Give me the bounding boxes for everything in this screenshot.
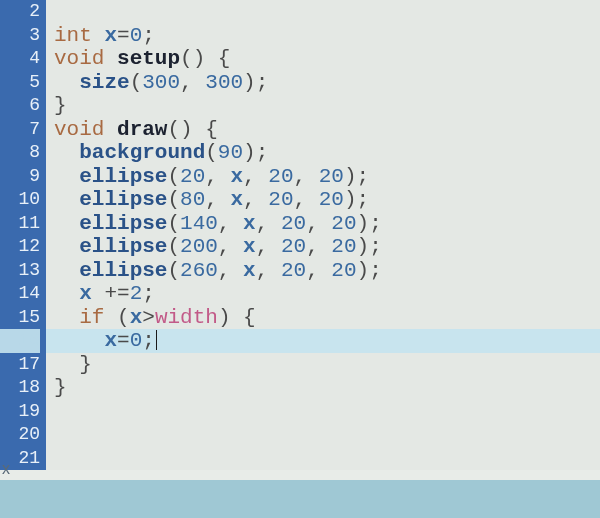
code-line[interactable]: x +=2;	[46, 282, 600, 306]
token: ,	[218, 235, 243, 258]
token: ,	[218, 212, 243, 235]
code-line[interactable]: int x=0;	[46, 24, 600, 48]
code-line[interactable]: void setup() {	[46, 47, 600, 71]
token: ellipse	[79, 188, 167, 211]
token: 20	[281, 259, 306, 282]
code-line[interactable]: }	[46, 376, 600, 400]
token: (	[167, 212, 180, 235]
token	[104, 118, 117, 141]
code-line[interactable]: }	[46, 353, 600, 377]
code-line[interactable]: ellipse(260, x, 20, 20);	[46, 259, 600, 283]
token: x	[230, 165, 243, 188]
token: ,	[306, 212, 331, 235]
token: () {	[167, 118, 217, 141]
token: );	[243, 71, 268, 94]
token: void	[54, 118, 104, 141]
token: ;	[142, 282, 155, 305]
token: (	[130, 71, 143, 94]
token: ,	[205, 188, 230, 211]
token: 90	[218, 141, 243, 164]
line-number: 5	[0, 71, 40, 95]
token: ,	[218, 259, 243, 282]
code-line[interactable]: ellipse(200, x, 20, 20);	[46, 235, 600, 259]
token: 0	[130, 24, 143, 47]
token: (	[167, 188, 180, 211]
code-line[interactable]: ellipse(80, x, 20, 20);	[46, 188, 600, 212]
code-line[interactable]: }	[46, 94, 600, 118]
token: ellipse	[79, 235, 167, 258]
token: ellipse	[79, 165, 167, 188]
line-number: 10	[0, 188, 40, 212]
token: (	[104, 306, 129, 329]
code-line[interactable]	[46, 423, 600, 447]
line-number: 12	[0, 235, 40, 259]
token: );	[344, 165, 369, 188]
token: x	[104, 24, 117, 47]
line-number: 8	[0, 141, 40, 165]
token: 140	[180, 212, 218, 235]
token: ;	[142, 24, 155, 47]
token: setup	[117, 47, 180, 70]
token: );	[357, 212, 382, 235]
token: 300	[205, 71, 243, 94]
token: 80	[180, 188, 205, 211]
code-line[interactable]	[46, 400, 600, 424]
code-line[interactable]: void draw() {	[46, 118, 600, 142]
line-number: 11	[0, 212, 40, 236]
token: 20	[268, 165, 293, 188]
code-line[interactable]	[46, 447, 600, 471]
token: );	[243, 141, 268, 164]
token: +=	[92, 282, 130, 305]
token: ;	[142, 329, 155, 352]
line-number: 7	[0, 118, 40, 142]
token: background	[79, 141, 205, 164]
line-number: 6	[0, 94, 40, 118]
token: draw	[117, 118, 167, 141]
token: ,	[256, 212, 281, 235]
token: if	[79, 306, 104, 329]
line-number: 16	[0, 329, 40, 353]
code-area[interactable]: int x=0;void setup() { size(300, 300);}v…	[46, 0, 600, 470]
token: );	[344, 188, 369, 211]
token: (	[205, 141, 218, 164]
token: 300	[142, 71, 180, 94]
token: x	[243, 259, 256, 282]
token: 20	[331, 235, 356, 258]
status-bar	[0, 480, 600, 518]
code-line[interactable]: ellipse(20, x, 20, 20);	[46, 165, 600, 189]
token: 20	[281, 235, 306, 258]
line-number: 17	[0, 353, 40, 377]
token: 20	[319, 188, 344, 211]
token: 20	[331, 212, 356, 235]
token: () {	[180, 47, 230, 70]
code-line[interactable]: size(300, 300);	[46, 71, 600, 95]
line-number: 2	[0, 0, 40, 24]
token: width	[155, 306, 218, 329]
token: (	[167, 259, 180, 282]
token: 0	[130, 329, 143, 352]
code-line[interactable]	[46, 0, 600, 24]
line-number: 13	[0, 259, 40, 283]
code-line[interactable]: if (x>width) {	[46, 306, 600, 330]
code-line[interactable]: background(90);	[46, 141, 600, 165]
line-number: 4	[0, 47, 40, 71]
token: 20	[281, 212, 306, 235]
token: (	[167, 235, 180, 258]
token: ,	[306, 259, 331, 282]
token: 20	[180, 165, 205, 188]
line-number: 18	[0, 376, 40, 400]
token: x	[243, 212, 256, 235]
token: >	[142, 306, 155, 329]
token: ,	[243, 188, 268, 211]
code-line[interactable]: ellipse(140, x, 20, 20);	[46, 212, 600, 236]
token: 20	[319, 165, 344, 188]
line-number: 20	[0, 423, 40, 447]
code-line[interactable]: x=0;	[46, 329, 600, 353]
code-editor[interactable]: 23456789101112131415161718192021 int x=0…	[0, 0, 600, 470]
line-number: 14	[0, 282, 40, 306]
line-number-gutter: 23456789101112131415161718192021	[0, 0, 46, 470]
token: );	[357, 259, 382, 282]
status-corner-label: x	[2, 460, 10, 478]
token: ellipse	[79, 259, 167, 282]
token: );	[357, 235, 382, 258]
